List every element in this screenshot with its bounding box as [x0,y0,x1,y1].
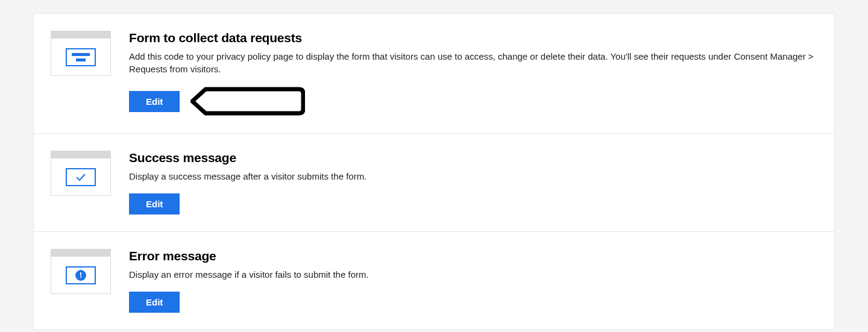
thumbnail-error: ! [51,249,111,294]
section-description: Display an error message if a visitor fa… [129,268,817,281]
section-title: Error message [129,249,817,263]
section-title: Success message [129,151,817,165]
section-description: Add this code to your privacy policy pag… [129,50,817,75]
section-content: Form to collect data requests Add this c… [129,31,817,116]
section-success-message: Success message Display a success messag… [34,134,834,232]
check-icon [66,168,96,186]
settings-panel: Form to collect data requests Add this c… [33,13,835,330]
edit-button[interactable]: Edit [129,91,180,112]
edit-button[interactable]: Edit [129,292,180,313]
section-description: Display a success message after a visito… [129,170,817,183]
section-content: Success message Display a success messag… [129,151,817,215]
section-form-collect: Form to collect data requests Add this c… [34,14,834,134]
edit-button[interactable]: Edit [129,193,180,215]
section-error-message: ! Error message Display an error message… [34,232,834,330]
thumbnail-success [51,151,111,196]
section-content: Error message Display an error message i… [129,249,817,313]
thumbnail-form [51,31,111,76]
form-icon [66,48,96,66]
error-icon: ! [66,266,96,284]
tag-annotation-icon [190,86,305,116]
section-title: Form to collect data requests [129,31,817,45]
